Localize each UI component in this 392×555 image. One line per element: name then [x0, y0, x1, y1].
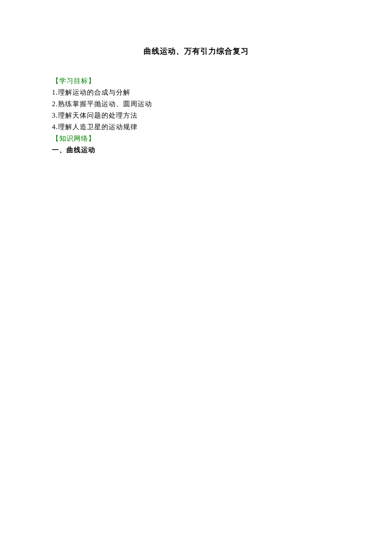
document-title: 曲线运动、万有引力综合复习: [52, 46, 340, 56]
objective-item-1: 1.理解运动的合成与分解: [52, 88, 340, 97]
objective-item-3: 3.理解天体问题的处理方法: [52, 111, 340, 120]
subsection-curvilinear-motion: 一、曲线运动: [52, 146, 340, 155]
learning-objectives-header: 【学习目标】: [52, 77, 340, 86]
objective-item-4: 4.理解人造卫星的运动规律: [52, 123, 340, 132]
knowledge-network-header: 【知识网络】: [52, 134, 340, 143]
objective-item-2: 2.熟练掌握平抛运动、圆周运动: [52, 100, 340, 109]
